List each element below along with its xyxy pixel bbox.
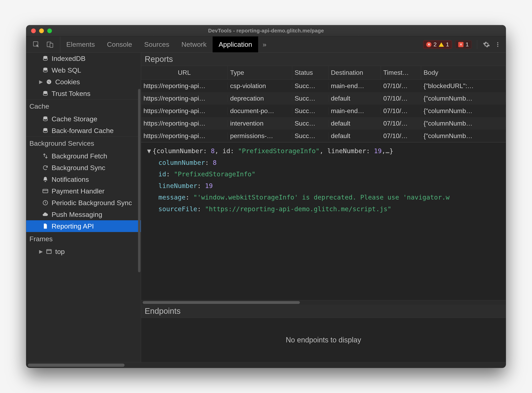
sidebar-item-label: Cache Storage (52, 115, 97, 123)
table-cell-destination: main-end… (328, 82, 381, 90)
col-type[interactable]: Type (228, 66, 292, 79)
tab-sources[interactable]: Sources (138, 36, 175, 52)
sidebar-item-label: Background Sync (52, 164, 105, 172)
sidebar-item-websql[interactable]: Web SQL (26, 64, 141, 76)
svg-point-5 (497, 46, 498, 47)
sidebar-item-payment[interactable]: Payment Handler (26, 185, 141, 197)
table-row[interactable]: https://reporting-api…deprecationSucc…de… (141, 92, 506, 105)
table-cell-url: https://reporting-api… (141, 95, 228, 102)
kebab-menu-icon[interactable] (494, 40, 502, 49)
detail-summary: {columnNumber: 8, id: "PrefixedStorageIn… (152, 147, 393, 155)
sidebar-item-label: Web SQL (52, 66, 81, 74)
svg-point-10 (49, 81, 50, 81)
detail-value: "https://reporting-api-demo.glitch.me/sc… (205, 205, 391, 213)
table-cell-type: deprecation (228, 95, 292, 102)
bell-icon (42, 176, 49, 183)
sidebar-scrollbar-thumb[interactable] (138, 89, 141, 272)
sidebar-item-cache-storage[interactable]: Cache Storage (26, 113, 141, 125)
table-cell-timestamp: 07/10/… (381, 95, 421, 102)
detail-key: id (158, 170, 166, 178)
scrollbar-thumb[interactable] (143, 301, 300, 304)
table-cell-destination: default (328, 120, 381, 127)
table-cell-timestamp: 07/10/… (381, 82, 421, 90)
toolbar-left (26, 36, 60, 52)
table-row[interactable]: https://reporting-api…interventionSucc…d… (141, 117, 506, 130)
database-icon (42, 90, 49, 97)
reporting-api-panel: Reports URL Type Status Destination Time… (141, 53, 506, 362)
svg-point-9 (48, 81, 49, 82)
tab-network[interactable]: Network (175, 36, 213, 52)
reports-table-body: https://reporting-api…csp-violationSucc…… (141, 80, 506, 142)
report-detail-view[interactable]: ▼{columnNumber: 8, id: "PrefixedStorageI… (141, 142, 506, 300)
devtools-window: DevTools - reporting-api-demo.glitch.me/… (26, 25, 506, 368)
application-sidebar[interactable]: IndexedDB Web SQL ▶ Cookies Trust Tokens… (26, 53, 141, 362)
warning-icon (439, 42, 444, 47)
tab-application[interactable]: Application (213, 36, 258, 52)
toolbar-separator (477, 40, 477, 49)
transfer-icon (42, 152, 49, 159)
sidebar-item-top-frame[interactable]: ▶ top (26, 246, 141, 257)
maximize-window-button[interactable] (47, 28, 52, 33)
table-cell-timestamp: 07/10/… (381, 120, 421, 127)
settings-gear-icon[interactable] (483, 40, 490, 49)
devtools-body: IndexedDB Web SQL ▶ Cookies Trust Tokens… (26, 53, 506, 362)
table-cell-destination: default (328, 132, 381, 140)
sidebar-item-periodic-sync[interactable]: Periodic Background Sync (26, 197, 141, 209)
inspect-element-icon[interactable] (32, 40, 40, 49)
sidebar-item-indexeddb[interactable]: IndexedDB (26, 53, 141, 64)
toolbar-right: ✕ 2 1 ✕ 1 (423, 36, 506, 52)
scrollbar-thumb[interactable] (28, 364, 125, 367)
sidebar-item-label: Cookies (55, 78, 80, 86)
sidebar-item-bf-cache[interactable]: Back-forward Cache (26, 125, 141, 137)
expand-caret-icon[interactable]: ▼ (147, 147, 151, 155)
sync-icon (42, 164, 49, 171)
endpoints-empty-state: No endpoints to display (141, 318, 506, 362)
sidebar-item-label: Trust Tokens (52, 90, 90, 98)
endpoints-section-title: Endpoints (141, 305, 506, 318)
sidebar-item-trust-tokens[interactable]: Trust Tokens (26, 88, 141, 99)
table-row[interactable]: https://reporting-api…permissions-…Succ…… (141, 130, 506, 142)
sidebar-item-reporting-api[interactable]: Reporting API (26, 220, 141, 232)
table-row[interactable]: https://reporting-api…document-po…Succ…m… (141, 105, 506, 117)
sidebar-item-label: Push Messaging (52, 211, 102, 218)
col-body[interactable]: Body (421, 66, 506, 79)
tab-elements[interactable]: Elements (60, 36, 101, 52)
clock-icon (42, 199, 49, 206)
detail-horizontal-scrollbar[interactable] (141, 300, 506, 305)
reports-table-header: URL Type Status Destination Timest… Body (141, 66, 506, 80)
frame-icon (46, 248, 52, 255)
sidebar-item-push[interactable]: Push Messaging (26, 209, 141, 220)
table-cell-status: Succ… (292, 107, 328, 115)
tab-console[interactable]: Console (101, 36, 138, 52)
sidebar-item-bg-sync[interactable]: Background Sync (26, 162, 141, 173)
col-status[interactable]: Status (292, 66, 328, 79)
chevron-right-icon: ▶ (39, 249, 43, 254)
col-url[interactable]: URL (141, 66, 228, 79)
database-icon (42, 55, 49, 62)
sidebar-item-notifications[interactable]: Notifications (26, 173, 141, 185)
console-status-pill[interactable]: ✕ 2 1 (423, 40, 452, 49)
sidebar-item-label: top (55, 248, 65, 255)
detail-key: sourceFile (158, 205, 197, 213)
sidebar-horizontal-scrollbar[interactable] (26, 362, 506, 368)
col-destination[interactable]: Destination (328, 66, 381, 79)
error-icon: ✕ (426, 42, 431, 47)
table-row[interactable]: https://reporting-api…csp-violationSucc…… (141, 80, 506, 92)
minimize-window-button[interactable] (39, 28, 44, 33)
svg-rect-2 (50, 43, 53, 47)
sidebar-item-label: Notifications (52, 176, 89, 183)
database-icon (42, 127, 49, 134)
cloud-icon (42, 211, 49, 218)
sidebar-item-bg-fetch[interactable]: Background Fetch (26, 150, 141, 162)
detail-value: 8 (213, 159, 217, 167)
sidebar-item-cookies[interactable]: ▶ Cookies (26, 76, 141, 88)
svg-point-4 (497, 44, 498, 45)
tabs-overflow-button[interactable]: » (258, 36, 271, 52)
col-timestamp[interactable]: Timest… (381, 66, 421, 79)
table-cell-destination: default (328, 95, 381, 102)
close-window-button[interactable] (31, 28, 36, 33)
device-toggle-icon[interactable] (46, 40, 54, 49)
issues-pill[interactable]: ✕ 1 (455, 40, 472, 49)
table-cell-status: Succ… (292, 132, 328, 140)
table-cell-url: https://reporting-api… (141, 132, 228, 140)
